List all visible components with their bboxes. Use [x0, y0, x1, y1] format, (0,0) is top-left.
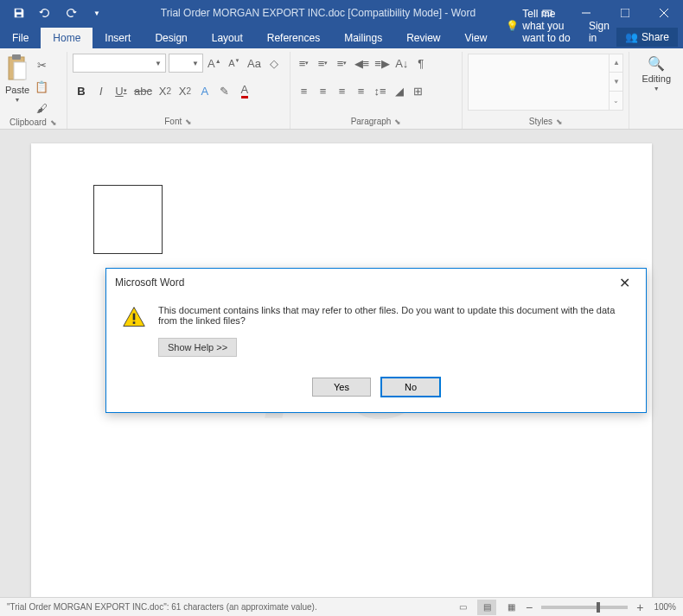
sign-in-button[interactable]: Sign in	[582, 16, 616, 48]
window-title: Trial Order MORGAN EXPORT INC.doc [Compa…	[109, 7, 527, 19]
font-launcher[interactable]: ⬊	[185, 117, 192, 126]
bullets-button[interactable]: ≡▾	[296, 54, 313, 73]
undo-button[interactable]	[33, 0, 57, 26]
underline-button[interactable]: U ▾	[112, 81, 130, 100]
change-case-icon: Aa	[247, 57, 261, 70]
styles-gallery[interactable]: ▲ ▼ ⌄	[468, 54, 623, 111]
clipboard-launcher[interactable]: ⬊	[50, 118, 57, 127]
brush-icon: 🖌	[36, 102, 48, 115]
clipboard-icon	[5, 54, 29, 83]
shrink-font-button[interactable]: A▼	[226, 54, 243, 73]
print-layout-button[interactable]: ▤	[477, 600, 496, 615]
borders-button[interactable]: ⊞	[410, 81, 427, 100]
image-placeholder[interactable]	[93, 185, 163, 254]
close-button[interactable]	[644, 0, 683, 26]
font-size-combo[interactable]: ▼	[169, 54, 203, 73]
grow-font-button[interactable]: A▲	[206, 54, 223, 73]
dialog: Microsoft Word ✕ This document contains …	[105, 268, 647, 413]
line-spacing-button[interactable]: ↕≡	[372, 81, 389, 100]
tab-design[interactable]: Design	[143, 28, 199, 48]
shading-button[interactable]: ◢	[391, 81, 408, 100]
pilcrow-icon: ¶	[418, 57, 424, 70]
paste-button[interactable]: Paste ▼	[5, 54, 29, 103]
multilevel-list-button[interactable]: ≡▾	[334, 54, 351, 73]
tab-references[interactable]: References	[255, 28, 332, 48]
chevron-down-icon: ▼	[155, 60, 162, 67]
font-color-icon: A	[241, 83, 249, 98]
align-center-button[interactable]: ≡	[315, 81, 332, 100]
share-button[interactable]: 👥 Share	[616, 28, 678, 47]
format-painter-button[interactable]: 🖌	[33, 98, 50, 117]
change-case-button[interactable]: Aa	[246, 54, 263, 73]
svg-rect-5	[133, 314, 136, 321]
chevron-down-icon: ▼	[15, 97, 21, 103]
italic-button[interactable]: I	[93, 81, 110, 100]
numbering-icon: ≡	[318, 57, 325, 70]
tab-insert[interactable]: Insert	[93, 28, 143, 48]
sort-button[interactable]: A↓	[393, 54, 411, 73]
bold-button[interactable]: B	[73, 81, 90, 100]
zoom-level[interactable]: 100%	[654, 602, 676, 612]
text-effects-button[interactable]: A	[196, 81, 214, 100]
font-color-button[interactable]: A	[236, 81, 253, 100]
svg-rect-1	[621, 9, 629, 17]
styles-expand[interactable]: ⌄	[610, 92, 622, 111]
editing-label: Editing	[642, 73, 671, 84]
styles-scroll-up[interactable]: ▲	[610, 54, 622, 73]
increase-indent-button[interactable]: ≡▶	[373, 54, 392, 73]
save-button[interactable]	[7, 0, 31, 26]
yes-button[interactable]: Yes	[312, 378, 371, 397]
font-name-combo[interactable]: ▼	[73, 54, 166, 73]
show-help-button[interactable]: Show Help >>	[158, 338, 237, 357]
highlight-button[interactable]: ✎	[216, 81, 233, 100]
tab-mailings[interactable]: Mailings	[332, 28, 394, 48]
superscript-button[interactable]: X2	[176, 81, 194, 100]
warning-icon	[122, 305, 146, 329]
no-button[interactable]: No	[381, 378, 440, 397]
strikethrough-button[interactable]: abc	[132, 81, 154, 100]
highlight-icon: ✎	[220, 85, 229, 98]
web-layout-button[interactable]: ▦	[501, 600, 520, 615]
decrease-indent-button[interactable]: ◀≡	[353, 54, 372, 73]
paragraph-launcher[interactable]: ⬊	[394, 117, 401, 126]
redo-button[interactable]	[59, 0, 83, 26]
read-mode-icon: ▭	[459, 602, 467, 612]
tab-file[interactable]: File	[0, 28, 41, 48]
tab-layout[interactable]: Layout	[200, 28, 255, 48]
clear-formatting-button[interactable]: ◇	[265, 54, 283, 73]
zoom-in-button[interactable]: +	[636, 600, 643, 614]
share-icon: 👥	[625, 31, 638, 43]
paste-label: Paste	[5, 85, 29, 95]
tab-view[interactable]: View	[453, 28, 500, 48]
dialog-title: Microsoft Word	[115, 276, 184, 289]
numbering-button[interactable]: ≡▾	[315, 54, 332, 73]
tab-review[interactable]: Review	[394, 28, 452, 48]
show-marks-button[interactable]: ¶	[412, 54, 430, 73]
ribbon-tabs: File Home Insert Design Layout Reference…	[0, 26, 683, 48]
tab-home[interactable]: Home	[41, 28, 93, 48]
tell-me-search[interactable]: 💡 Tell me what you want to do	[499, 3, 582, 48]
align-left-button[interactable]: ≡	[296, 81, 313, 100]
chevron-down-icon: ▼	[192, 60, 199, 67]
subscript-button[interactable]: X2	[156, 81, 174, 100]
justify-icon: ≡	[358, 85, 365, 98]
styles-launcher[interactable]: ⬊	[556, 117, 563, 126]
qat-customize-button[interactable]: ▼	[85, 0, 109, 26]
align-right-button[interactable]: ≡	[334, 81, 351, 100]
tell-me-label: Tell me what you want to do	[522, 8, 575, 44]
web-layout-icon: ▦	[507, 602, 515, 612]
styles-scroll-down[interactable]: ▼	[610, 73, 622, 92]
zoom-slider[interactable]	[541, 606, 628, 609]
copy-button[interactable]: 📋	[33, 77, 50, 96]
zoom-out-button[interactable]: −	[526, 600, 533, 614]
dialog-close-button[interactable]: ✕	[612, 271, 637, 295]
svg-rect-6	[133, 321, 136, 324]
multilevel-icon: ≡	[337, 57, 344, 70]
justify-button[interactable]: ≡	[353, 81, 370, 100]
grow-font-icon: A▲	[207, 57, 221, 70]
editing-button[interactable]: 🔍 Editing ▼	[635, 54, 678, 93]
find-icon: 🔍	[648, 55, 665, 72]
read-mode-button[interactable]: ▭	[453, 600, 472, 615]
cut-button[interactable]: ✂	[33, 55, 50, 74]
indent-icon: ≡▶	[374, 57, 390, 70]
